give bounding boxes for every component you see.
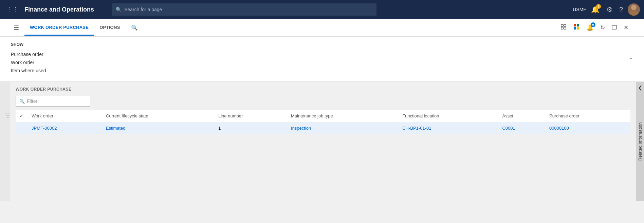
- svg-rect-6: [574, 24, 576, 26]
- col-maintenance-job-type: Maintenance job type: [287, 110, 398, 122]
- svg-rect-3: [564, 24, 566, 26]
- svg-rect-7: [577, 24, 579, 26]
- notifications-icon[interactable]: 🔔 0: [584, 23, 595, 33]
- col-check: ✓: [16, 110, 27, 122]
- row-line-number: 1: [214, 122, 287, 134]
- row-asset[interactable]: C0001: [498, 122, 545, 134]
- show-item-work-order[interactable]: Work order: [11, 58, 633, 67]
- svg-rect-8: [574, 27, 576, 30]
- ribbon-right-icons: 🔔 0 ↻ ❐ ✕: [558, 22, 630, 33]
- table-header-row: ✓ Work order Current lifecycle state Lin…: [16, 110, 630, 122]
- side-panel-label: Related information: [638, 122, 643, 161]
- filter-bar: 🔍: [16, 96, 630, 107]
- col-lifecycle-state: Current lifecycle state: [102, 110, 214, 122]
- filter-input[interactable]: [27, 98, 87, 104]
- show-dropdown-panel: SHOW Purchase order Work order Item wher…: [0, 37, 644, 82]
- svg-rect-5: [564, 27, 566, 29]
- refresh-icon[interactable]: ↻: [598, 23, 607, 33]
- main-area: WORK ORDER PURCHASE 🔍 ✓ Work order Curre…: [0, 82, 644, 201]
- svg-rect-9: [577, 27, 579, 30]
- wop-section-title: WORK ORDER PURCHASE: [16, 87, 630, 92]
- tab-work-order-purchase[interactable]: WORK ORDER PURCHASE: [24, 20, 94, 36]
- search-input[interactable]: [124, 7, 372, 12]
- row-check: [16, 122, 27, 134]
- grid-icon[interactable]: ⋮⋮: [4, 4, 20, 15]
- hamburger-icon[interactable]: ☰: [14, 24, 19, 32]
- filter-search-icon: 🔍: [19, 99, 25, 104]
- notification-bell-icon[interactable]: 🔔 1: [589, 4, 602, 15]
- app-title: Finance and Operations: [24, 6, 94, 13]
- show-item-item-where-used[interactable]: Item where used: [11, 67, 633, 75]
- row-purchase-order[interactable]: 00000100: [545, 122, 630, 134]
- show-dropdown-panel-wrap: SHOW Purchase order Work order Item wher…: [0, 37, 644, 82]
- row-maintenance-job-type[interactable]: Inspection: [287, 122, 398, 134]
- svg-point-0: [631, 5, 637, 10]
- col-work-order: Work order: [27, 110, 102, 122]
- close-icon[interactable]: ✕: [622, 23, 630, 33]
- col-line-number: Line number: [214, 110, 287, 122]
- col-functional-location: Functional location: [398, 110, 498, 122]
- row-functional-location[interactable]: CH-BP1-01-01: [398, 122, 498, 134]
- ribbon-search-icon[interactable]: 🔍: [131, 24, 138, 31]
- col-asset: Asset: [498, 110, 545, 122]
- wop-section: WORK ORDER PURCHASE 🔍 ✓ Work order Curre…: [10, 82, 636, 201]
- search-bar[interactable]: 🔍: [112, 3, 376, 16]
- personalize-icon[interactable]: [558, 22, 569, 33]
- svg-rect-4: [561, 27, 563, 29]
- settings-icon[interactable]: ⚙: [604, 4, 614, 15]
- show-label: SHOW: [11, 42, 633, 47]
- office-icon[interactable]: [571, 22, 582, 33]
- notification-badge: 1: [596, 4, 601, 9]
- row-work-order[interactable]: JPMF-00002: [27, 122, 102, 134]
- action-center-badge: 0: [591, 22, 595, 27]
- ribbon: ☰ WORK ORDER PURCHASE OPTIONS 🔍 🔔 0 ↻ ❐ …: [0, 19, 644, 37]
- avatar[interactable]: [628, 3, 640, 16]
- check-icon: ✓: [20, 113, 23, 118]
- table-row[interactable]: JPMF-00002 Estimated 1 Inspection CH-BP1…: [16, 122, 630, 134]
- top-nav-right: USMF 🔔 1 ⚙ ?: [573, 3, 640, 16]
- user-label: USMF: [573, 7, 586, 12]
- filter-input-wrap[interactable]: 🔍: [16, 96, 90, 107]
- tab-options[interactable]: OPTIONS: [94, 20, 125, 36]
- svg-rect-2: [561, 24, 563, 26]
- show-item-purchase-order[interactable]: Purchase order: [11, 50, 633, 58]
- row-lifecycle-state[interactable]: Estimated: [102, 122, 214, 134]
- svg-point-1: [629, 11, 638, 16]
- side-chevron-icon: ❮: [638, 85, 642, 90]
- search-icon: 🔍: [116, 7, 122, 12]
- collapse-chevron-icon[interactable]: ⌃: [629, 57, 633, 62]
- col-purchase-order: Purchase order: [545, 110, 630, 122]
- data-table: ✓ Work order Current lifecycle state Lin…: [16, 110, 630, 134]
- related-information-panel[interactable]: ❮ Related information: [636, 82, 644, 201]
- top-navigation: ⋮⋮ Finance and Operations 🔍 USMF 🔔 1 ⚙ ?: [0, 0, 644, 19]
- help-icon[interactable]: ?: [617, 4, 625, 15]
- open-in-new-icon[interactable]: ❐: [610, 23, 619, 33]
